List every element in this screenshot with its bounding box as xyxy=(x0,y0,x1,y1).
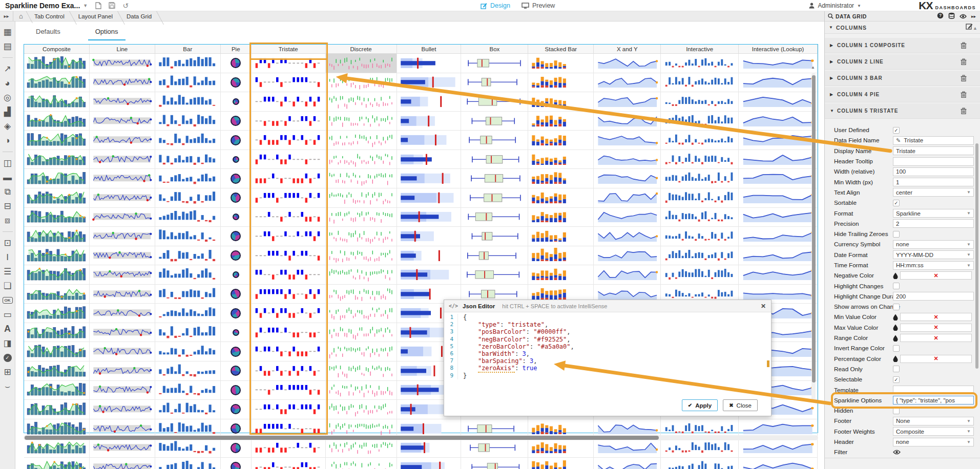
line-chart-icon[interactable]: ↗ xyxy=(2,62,14,75)
grid-cell-tristate[interactable] xyxy=(252,208,326,227)
grid-cell-pie[interactable] xyxy=(221,285,252,304)
horizontal-scroll-thumb[interactable] xyxy=(25,436,659,440)
grid-cell-bar[interactable] xyxy=(155,150,221,169)
grid-cell-discrete[interactable] xyxy=(326,188,397,207)
grid-cell-interactive[interactable] xyxy=(661,92,739,111)
grid-cell-tristate[interactable] xyxy=(252,361,326,380)
grid-cell-bar[interactable] xyxy=(155,400,221,419)
grid-cell-bar[interactable] xyxy=(155,188,221,207)
grid-cell-line[interactable] xyxy=(90,73,155,92)
grid-cell-tristate[interactable] xyxy=(252,285,326,304)
grid-cell-bar[interactable] xyxy=(155,381,221,400)
text-input-icon[interactable]: I xyxy=(2,251,14,264)
grid-cell-lookup[interactable] xyxy=(739,169,818,188)
grid-cell-line[interactable] xyxy=(90,169,155,188)
collapse-panel-icon[interactable]: ▸▸ xyxy=(971,14,976,19)
input-header-tooltip[interactable] xyxy=(893,157,974,166)
design-button[interactable]: Design xyxy=(481,2,510,9)
grid-cell-discrete[interactable] xyxy=(326,246,397,265)
grid-cell-pie[interactable] xyxy=(221,246,252,265)
grid-cell-line[interactable] xyxy=(90,304,155,323)
grid-cell-tristate[interactable] xyxy=(252,73,326,92)
color-field-range-color[interactable]: ✕ xyxy=(900,334,972,342)
grid-cell-line[interactable] xyxy=(90,323,155,342)
grid-cell-stackedbar[interactable] xyxy=(528,92,594,111)
calendar-icon[interactable]: ⊞ xyxy=(2,366,14,378)
grid-cell-box[interactable] xyxy=(461,54,528,73)
checkbox-show-arrows-on-change[interactable] xyxy=(893,304,900,310)
pie-chart-icon[interactable]: ◕ xyxy=(2,77,14,90)
data-source-icon[interactable] xyxy=(948,12,955,21)
grid-cell-bullet[interactable] xyxy=(397,169,462,188)
grid-cell-discrete[interactable] xyxy=(326,208,397,227)
edit-columns-icon[interactable] xyxy=(966,23,973,32)
grid-cell-interactive[interactable] xyxy=(661,131,739,150)
delete-column-icon[interactable] xyxy=(961,75,967,81)
grid-column-header-lookup[interactable]: Interactive (Lookup) xyxy=(739,45,818,53)
grid-cell-bar[interactable] xyxy=(155,169,221,188)
visibility-icon[interactable] xyxy=(960,12,967,21)
grid-cell-discrete[interactable] xyxy=(326,131,397,150)
grid-cell-line[interactable] xyxy=(90,381,155,400)
grid-cell-line[interactable] xyxy=(90,112,155,131)
grid-column-header-box[interactable]: Box xyxy=(461,45,528,53)
grid-cell-tristate[interactable] xyxy=(252,458,326,469)
grid-cell-bar[interactable] xyxy=(155,54,221,73)
grid-cell-composite[interactable] xyxy=(24,265,90,284)
grid-cell-bar[interactable] xyxy=(155,458,221,469)
grid-cell-discrete[interactable] xyxy=(326,381,397,400)
grid-cell-box[interactable] xyxy=(461,73,528,92)
grid-cell-lookup[interactable] xyxy=(739,458,818,469)
grid-cell-stackedbar[interactable] xyxy=(528,169,594,188)
grid-cell-tristate[interactable] xyxy=(252,92,326,111)
grid-cell-tristate[interactable] xyxy=(252,246,326,265)
column-item-caret-icon[interactable]: ▶ xyxy=(830,43,835,48)
grid-cell-tristate[interactable] xyxy=(252,400,326,419)
grid-cell-pie[interactable] xyxy=(221,342,252,361)
grid-cell-interactive[interactable] xyxy=(661,438,739,457)
input-template[interactable] xyxy=(893,386,974,394)
grid-cell-composite[interactable] xyxy=(24,438,90,457)
new-document-icon[interactable] xyxy=(95,2,101,9)
split-layout-icon[interactable]: ◫ xyxy=(2,157,14,169)
grid-cell-tristate[interactable] xyxy=(252,112,326,131)
grid-cell-box[interactable] xyxy=(461,265,528,284)
grid-cell-stackedbar[interactable] xyxy=(528,246,594,265)
undo-icon[interactable]: ↺ xyxy=(122,2,129,10)
grid-cell-tristate[interactable] xyxy=(252,54,326,73)
grid-cell-line[interactable] xyxy=(90,285,155,304)
grid-cell-pie[interactable] xyxy=(221,208,252,227)
grid-cell-box[interactable] xyxy=(461,131,528,150)
panel-scrollbar-thumb[interactable] xyxy=(975,143,978,369)
select-date-format[interactable]: YYYY-MM-DD▼ xyxy=(893,250,974,259)
help-icon[interactable]: ? xyxy=(937,12,944,21)
clear-color-icon[interactable]: ✕ xyxy=(933,355,938,362)
grid-cell-pie[interactable] xyxy=(221,438,252,457)
grid-cell-line[interactable] xyxy=(90,227,155,246)
grid-cell-stackedbar[interactable] xyxy=(528,188,594,207)
grid-cell-lookup[interactable] xyxy=(739,131,818,150)
grid-cell-bullet[interactable] xyxy=(397,188,462,207)
canvas-panel-icon[interactable]: ⧈ xyxy=(2,214,14,227)
grid-cell-lookup[interactable] xyxy=(739,246,818,265)
grid-cell-stackedbar[interactable] xyxy=(528,265,594,284)
column-item-caret-icon[interactable]: ▼ xyxy=(830,109,835,113)
grid-cell-xy[interactable] xyxy=(594,54,661,73)
grid-cell-xy[interactable] xyxy=(594,73,661,92)
grid-cell-composite[interactable] xyxy=(24,131,90,150)
grid-cell-stackedbar[interactable] xyxy=(528,458,594,469)
grid-cell-xy[interactable] xyxy=(594,92,661,111)
grid-column-header-xy[interactable]: X and Y xyxy=(594,45,661,53)
clear-color-icon[interactable]: ✕ xyxy=(933,324,938,331)
grid-column-header-discrete[interactable]: Discrete xyxy=(326,45,397,53)
grid-cell-stackedbar[interactable] xyxy=(528,131,594,150)
grid-cell-stackedbar[interactable] xyxy=(528,208,594,227)
grid-cell-bar[interactable] xyxy=(155,438,221,457)
panel-scroll-up-icon[interactable]: ▲ xyxy=(973,26,977,31)
grid-cell-lookup[interactable] xyxy=(739,438,818,457)
grid-cell-box[interactable] xyxy=(461,208,528,227)
screen-tab-tab-control[interactable]: Tab Control xyxy=(29,11,73,21)
media-player-icon[interactable]: ◨ xyxy=(2,337,14,350)
grid-cell-line[interactable] xyxy=(90,246,155,265)
grid-cell-bar[interactable] xyxy=(155,112,221,131)
